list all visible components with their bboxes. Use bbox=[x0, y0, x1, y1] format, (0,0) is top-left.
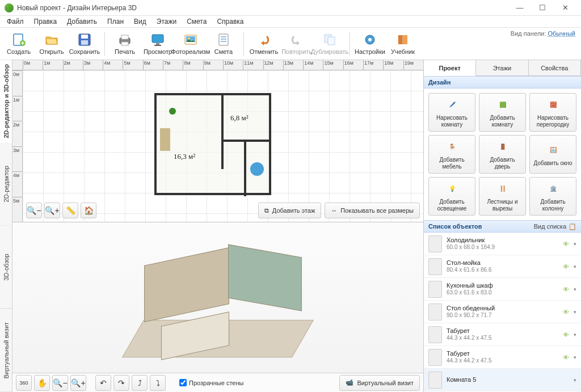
rotate-360-button[interactable]: 360 bbox=[16, 375, 32, 391]
draw-partition-button[interactable]: 🧱Нарисовать перегородку bbox=[529, 93, 576, 132]
floorplan[interactable]: 16,3 м² 6,8 м² bbox=[154, 93, 271, 195]
add-window-button[interactable]: 🪟Добавить окно bbox=[529, 135, 576, 174]
add-door-button[interactable]: 🚪Добавить дверь bbox=[479, 135, 526, 174]
zoom-in-3d-button[interactable]: 🔍+ bbox=[70, 375, 86, 391]
pan-button[interactable]: ✋ bbox=[34, 375, 50, 391]
add-column-button[interactable]: 🏛️Добавить колонну bbox=[529, 177, 576, 216]
view-3d[interactable]: 360 ✋ 🔍− 🔍+ ↶ ↷ ⤴ ⤵ Прозрачные стены 📹Ви… bbox=[12, 222, 423, 392]
draw-room-button[interactable]: 🖊️Нарисовать комнату bbox=[428, 93, 475, 132]
list-view-mode[interactable]: Вид списка 📋 bbox=[534, 223, 576, 230]
svg-rect-8 bbox=[152, 35, 163, 43]
work-area: 2D-редактор и 3D-обзор 2D-редактор 3D-об… bbox=[0, 60, 581, 392]
menu-file[interactable]: Файл bbox=[2, 16, 28, 27]
list-item[interactable]: Табурет44.3 x 44.2 x 47.5👁▾ bbox=[424, 323, 581, 346]
visibility-icon[interactable]: 👁 bbox=[563, 241, 569, 247]
close-button[interactable]: ✕ bbox=[554, 1, 576, 15]
settings-button[interactable]: Настройки bbox=[353, 28, 386, 59]
add-room-button[interactable]: 🟩Добавить комнату bbox=[479, 93, 526, 132]
photo-icon bbox=[183, 32, 198, 47]
visibility-icon[interactable]: 👁 bbox=[563, 354, 569, 361]
panel-mode-link[interactable]: Обычный bbox=[548, 30, 575, 37]
menu-add[interactable]: Добавить bbox=[62, 16, 102, 27]
add-stairs-button[interactable]: 🪜Лестницы и вырезы bbox=[479, 177, 526, 216]
maximize-button[interactable]: ☐ bbox=[531, 1, 554, 15]
preview-button[interactable]: Просмотр bbox=[141, 28, 174, 59]
visibility-icon[interactable]: 👁 bbox=[563, 331, 569, 338]
plan-grid[interactable]: 16,3 м² 6,8 м² 🔍− 🔍+ 📏 🏠 ⧉Добавить этаж … bbox=[23, 70, 423, 222]
create-button[interactable]: Создать bbox=[2, 28, 35, 59]
chevron-down-icon[interactable]: ▾ bbox=[574, 355, 576, 360]
zoom-in-button[interactable]: 🔍+ bbox=[44, 203, 60, 218]
ruler-horizontal: 0м1м2м3м4м5м6м7м8м9м10м11м12м13м14м15м16… bbox=[12, 60, 423, 70]
chevron-down-icon[interactable]: ▾ bbox=[574, 332, 576, 338]
rotate-left-button[interactable]: ↶ bbox=[95, 375, 111, 391]
virtual-visit-button[interactable]: 📹Виртуальный визит bbox=[339, 375, 420, 391]
tilt-up-button[interactable]: ⤴ bbox=[132, 375, 148, 391]
menu-view[interactable]: Вид bbox=[129, 16, 151, 27]
menu-edit[interactable]: Правка bbox=[30, 16, 62, 27]
chevron-down-icon[interactable]: ▾ bbox=[574, 286, 576, 292]
add-floor-button[interactable]: ⧉Добавить этаж bbox=[258, 203, 321, 218]
add-furniture-button[interactable]: 🪑Добавить мебель bbox=[428, 135, 475, 174]
open-button[interactable]: Открыть bbox=[35, 28, 68, 59]
object-list[interactable]: Холодильник60.0 x 68.0 x 184.9👁▾ Стол-мо… bbox=[424, 233, 581, 392]
vtab-virtual[interactable]: Виртуальный визит bbox=[0, 309, 12, 393]
chevron-down-icon[interactable]: ▾ bbox=[574, 264, 576, 269]
show-dimensions-button[interactable]: ↔Показывать все размеры bbox=[325, 203, 420, 218]
plan-2d-area[interactable]: 0м1м2м3м4м5м 16,3 м² 6,8 м² 🔍− 🔍+ 📏 bbox=[12, 70, 423, 222]
measure-button[interactable]: 📏 bbox=[62, 203, 78, 218]
list-item[interactable]: Стол-мойка80.4 x 61.6 x 86.6👁▾ bbox=[424, 255, 581, 278]
print-button[interactable]: Печать bbox=[108, 28, 141, 59]
tab-floors[interactable]: Этажи bbox=[476, 60, 528, 75]
undo-button[interactable]: Отменить bbox=[247, 28, 280, 59]
chevron-down-icon[interactable]: ▾ bbox=[574, 377, 576, 383]
minimize-button[interactable]: — bbox=[508, 1, 531, 15]
view-tabs: 2D-редактор и 3D-обзор 2D-редактор 3D-об… bbox=[0, 60, 12, 392]
chevron-down-icon[interactable]: ▾ bbox=[574, 241, 576, 247]
photoreal-button[interactable]: Фотореализм bbox=[174, 28, 207, 59]
vtab-3d[interactable]: 3D-обзор bbox=[0, 226, 12, 309]
new-file-icon bbox=[11, 32, 26, 47]
tilt-down-button[interactable]: ⤵ bbox=[150, 375, 166, 391]
thumbnail bbox=[428, 349, 442, 366]
visibility-icon[interactable]: 👁 bbox=[563, 309, 569, 315]
duplicate-icon bbox=[322, 32, 337, 47]
menu-estimate[interactable]: Смета bbox=[182, 16, 211, 27]
menu-help[interactable]: Справка bbox=[212, 16, 248, 27]
separator bbox=[104, 32, 105, 56]
app-icon bbox=[5, 3, 14, 12]
section-design: Дизайн bbox=[424, 76, 581, 88]
chevron-down-icon[interactable]: ▾ bbox=[574, 309, 576, 315]
visibility-icon[interactable]: 👁 bbox=[563, 286, 569, 293]
list-item[interactable]: Холодильник60.0 x 68.0 x 184.9👁▾ bbox=[424, 233, 581, 255]
list-item[interactable]: Кухонный шкаф63.0 x 61.6 x 83.0👁▾ bbox=[424, 278, 581, 301]
separator bbox=[243, 32, 244, 56]
estimate-icon bbox=[216, 32, 231, 47]
add-lighting-button[interactable]: 💡Добавить освещение bbox=[428, 177, 475, 216]
tutorial-button[interactable]: Учебник bbox=[386, 28, 419, 59]
rotate-right-button[interactable]: ↷ bbox=[113, 375, 129, 391]
list-item[interactable]: Стол обеденный90.0 x 90.2 x 71.7👁▾ bbox=[424, 301, 581, 323]
vtab-2d-3d[interactable]: 2D-редактор и 3D-обзор bbox=[0, 60, 12, 143]
furniture-plant[interactable] bbox=[169, 108, 176, 115]
home-button[interactable]: 🏠 bbox=[81, 203, 96, 218]
vtab-2d[interactable]: 2D-редактор bbox=[0, 143, 12, 226]
tab-properties[interactable]: Свойства bbox=[529, 60, 581, 75]
pencil-icon: 🖊️ bbox=[444, 97, 460, 113]
list-item[interactable]: Табурет44.3 x 44.2 x 47.5👁▾ bbox=[424, 346, 581, 369]
zoom-out-3d-button[interactable]: 🔍− bbox=[52, 375, 68, 391]
menu-plan[interactable]: План bbox=[103, 16, 128, 27]
estimate-button[interactable]: Смета bbox=[207, 28, 240, 59]
window-title: Новый проект - Дизайн Интерьера 3D bbox=[17, 4, 508, 12]
visibility-icon[interactable]: 👁 bbox=[563, 263, 569, 270]
save-button[interactable]: Сохранить bbox=[68, 28, 101, 59]
zoom-out-button[interactable]: 🔍− bbox=[26, 203, 42, 218]
list-item[interactable]: Комната 5▾ bbox=[424, 369, 581, 391]
menu-floors[interactable]: Этажи bbox=[152, 16, 181, 27]
save-icon bbox=[77, 32, 92, 47]
furniture-item[interactable] bbox=[250, 162, 264, 176]
bulb-icon: 💡 bbox=[444, 181, 460, 197]
furniture-sofa[interactable] bbox=[160, 128, 170, 151]
tab-project[interactable]: Проект bbox=[424, 60, 476, 76]
transparent-walls-checkbox[interactable]: Прозрачные стены bbox=[179, 379, 243, 386]
